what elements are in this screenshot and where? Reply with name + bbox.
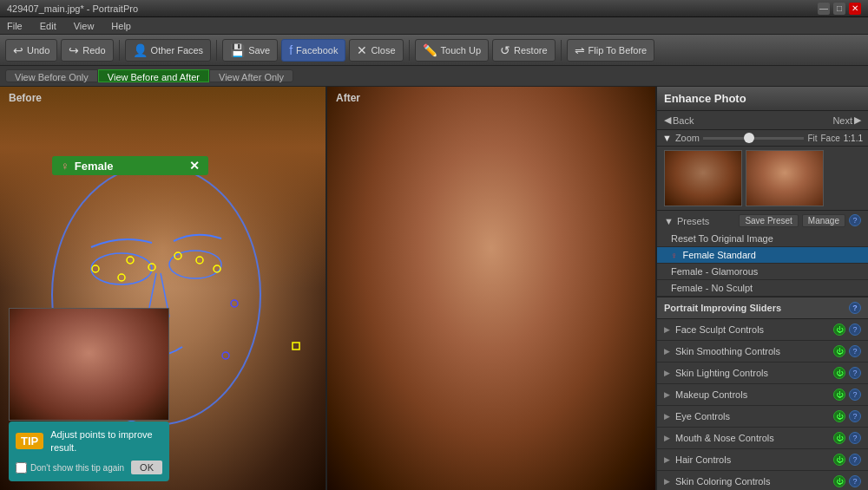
svg-point-5 xyxy=(118,274,125,281)
menu-view[interactable]: View xyxy=(70,19,98,33)
slider-skin-coloring[interactable]: ▶ Skin Coloring Controls ⏻ ? xyxy=(657,471,868,490)
skin-lighting-help-button[interactable]: ? xyxy=(849,367,861,379)
zoom-face-button[interactable]: Face xyxy=(821,134,840,143)
face-sculpt-expand-icon: ▶ xyxy=(664,325,670,334)
other-faces-button[interactable]: 👤 Other Faces xyxy=(125,39,212,62)
tip-header: TIP Adjust points to improve result. xyxy=(16,428,162,454)
mouth-nose-label: Mouth & Nose Controls xyxy=(675,433,833,443)
facebook-button[interactable]: f Facebook xyxy=(281,39,345,62)
svg-point-1 xyxy=(91,253,152,284)
svg-point-14 xyxy=(231,300,238,307)
face-sculpt-label: Face Sculpt Controls xyxy=(675,324,833,335)
skin-coloring-label: Skin Coloring Controls xyxy=(675,476,833,487)
after-thumbnail xyxy=(746,150,824,206)
thumbnail-preview-row xyxy=(657,147,868,211)
slider-mouth-nose[interactable]: ▶ Mouth & Nose Controls ⏻ ? xyxy=(657,428,868,449)
zoom-thumb[interactable] xyxy=(744,133,754,143)
zoom-collapse-icon[interactable]: ▼ xyxy=(662,133,672,143)
preset-item-reset[interactable]: Reset To Original Image xyxy=(657,231,868,247)
mouth-nose-controls: ⏻ ? xyxy=(833,432,861,444)
mouth-nose-power-button[interactable]: ⏻ xyxy=(833,432,845,444)
back-next-nav: ◀ Back Next ▶ xyxy=(657,111,868,130)
menu-file[interactable]: File xyxy=(3,19,26,33)
toolbar-separator-3 xyxy=(409,40,410,61)
svg-point-8 xyxy=(196,257,203,264)
skin-coloring-expand-icon: ▶ xyxy=(664,477,670,486)
flip-icon: ⇌ xyxy=(575,43,585,57)
slider-eye[interactable]: ▶ Eye Controls ⏻ ? xyxy=(657,406,868,428)
gender-text: Female xyxy=(75,160,114,173)
presets-collapse-icon[interactable]: ▼ xyxy=(664,216,674,226)
slider-face-sculpt[interactable]: ▶ Face Sculpt Controls ⏻ ? xyxy=(657,319,868,341)
eye-label: Eye Controls xyxy=(675,411,833,421)
close-button[interactable]: ✕ Close xyxy=(349,39,403,62)
mouth-nose-help-button[interactable]: ? xyxy=(849,432,861,444)
minimize-button[interactable]: — xyxy=(818,3,830,15)
tip-badge: TIP xyxy=(16,433,43,449)
menu-help[interactable]: Help xyxy=(108,19,135,33)
preset-item-female-standard[interactable]: ♀ Female Standard xyxy=(657,247,868,264)
presets-section: ▼ Presets Save Preset Manage ? Reset To … xyxy=(657,211,868,297)
view-after-only-button[interactable]: View After Only xyxy=(209,69,293,82)
back-button[interactable]: ◀ Back xyxy=(664,114,694,126)
other-faces-icon: 👤 xyxy=(133,43,148,57)
makeup-expand-icon: ▶ xyxy=(664,390,670,399)
eye-controls: ⏻ ? xyxy=(833,410,861,422)
skin-smoothing-help-button[interactable]: ? xyxy=(849,345,861,357)
skin-smoothing-power-button[interactable]: ⏻ xyxy=(833,345,845,357)
maximize-button[interactable]: □ xyxy=(833,3,845,15)
gender-icon: ♀ xyxy=(61,160,69,173)
eye-power-button[interactable]: ⏻ xyxy=(833,410,845,422)
hair-help-button[interactable]: ? xyxy=(849,454,861,466)
slider-hair[interactable]: ▶ Hair Controls ⏻ ? xyxy=(657,449,868,471)
titlebar: 429407_main.jpg* - PortraitPro — □ ✕ xyxy=(0,0,868,17)
makeup-power-button[interactable]: ⏻ xyxy=(833,389,845,401)
close-x-icon: ✕ xyxy=(357,43,367,57)
manage-button[interactable]: Manage xyxy=(802,214,845,227)
hair-power-button[interactable]: ⏻ xyxy=(833,454,845,466)
tip-ok-button[interactable]: OK xyxy=(131,461,162,474)
slider-makeup[interactable]: ▶ Makeup Controls ⏻ ? xyxy=(657,384,868,406)
restore-icon: ↺ xyxy=(500,43,510,57)
skin-coloring-controls: ⏻ ? xyxy=(833,475,861,487)
save-button[interactable]: 💾 Save xyxy=(222,39,278,62)
next-chevron-icon: ▶ xyxy=(854,114,861,126)
undo-button[interactable]: ↩ Undo xyxy=(5,39,57,62)
tip-checkbox-input[interactable] xyxy=(16,462,27,474)
view-before-only-button[interactable]: View Before Only xyxy=(5,69,98,82)
sliders-help-icon[interactable]: ? xyxy=(849,302,861,314)
slider-skin-smoothing[interactable]: ▶ Skin Smoothing Controls ⏻ ? xyxy=(657,341,868,363)
presets-help-icon[interactable]: ? xyxy=(849,214,861,226)
window-close-button[interactable]: ✕ xyxy=(849,3,861,15)
save-preset-button[interactable]: Save Preset xyxy=(739,214,798,227)
face-sculpt-power-button[interactable]: ⏻ xyxy=(833,323,845,336)
eye-help-button[interactable]: ? xyxy=(849,410,861,422)
presets-header: ▼ Presets Save Preset Manage ? xyxy=(657,211,868,231)
view-before-after-button[interactable]: View Before and After xyxy=(98,69,209,82)
gender-close-button[interactable]: ✕ xyxy=(189,159,200,173)
flip-button[interactable]: ⇌ Flip To Before xyxy=(567,39,655,62)
skin-coloring-power-button[interactable]: ⏻ xyxy=(833,475,845,487)
skin-lighting-power-button[interactable]: ⏻ xyxy=(833,367,845,379)
save-icon: 💾 xyxy=(230,43,245,57)
sliders-title: Portrait Improving Sliders xyxy=(664,303,781,313)
makeup-help-button[interactable]: ? xyxy=(849,389,861,401)
tip-checkbox-label[interactable]: Don't show this tip again xyxy=(16,462,124,474)
restore-button[interactable]: ↺ Restore xyxy=(492,39,556,62)
after-panel: After xyxy=(326,87,655,490)
preset-item-glamorous[interactable]: Female - Glamorous xyxy=(657,264,868,280)
before-thumbnail xyxy=(664,150,742,206)
zoom-slider[interactable] xyxy=(703,137,804,140)
sliders-section: Portrait Improving Sliders ? ▶ Face Scul… xyxy=(657,297,868,490)
preset-item-no-sculpt[interactable]: Female - No Sculpt xyxy=(657,280,868,297)
touch-up-button[interactable]: ✏️ Touch Up xyxy=(415,39,489,62)
zoom-fit-button[interactable]: Fit xyxy=(807,134,817,143)
skin-coloring-help-button[interactable]: ? xyxy=(849,475,861,487)
redo-button[interactable]: ↪ Redo xyxy=(61,39,113,62)
slider-skin-lighting[interactable]: ▶ Skin Lighting Controls ⏻ ? xyxy=(657,363,868,384)
menu-edit[interactable]: Edit xyxy=(36,19,60,33)
face-sculpt-help-button[interactable]: ? xyxy=(849,323,861,336)
presets-actions: Save Preset Manage ? xyxy=(739,214,861,227)
skin-lighting-label: Skin Lighting Controls xyxy=(675,368,833,378)
next-button[interactable]: Next ▶ xyxy=(832,114,861,126)
